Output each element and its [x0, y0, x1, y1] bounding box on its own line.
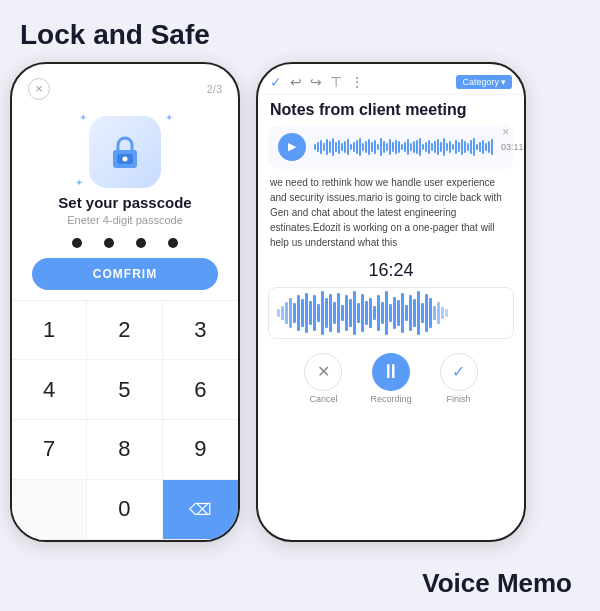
- passcode-dot-3: [136, 238, 146, 248]
- phones-row: × 2/3 ✦ ✦ ✦ Set your passcode Eneter 4-d…: [0, 62, 600, 560]
- redo-icon[interactable]: ↪: [310, 74, 322, 90]
- passcode-dots: [12, 234, 238, 258]
- close-button[interactable]: ×: [28, 78, 50, 100]
- pin-icon[interactable]: ⊤: [330, 74, 342, 90]
- note-title: Notes from client meeting: [258, 95, 524, 125]
- pause-icon-circle: ⏸: [372, 353, 410, 391]
- audio-duration: 03:11: [501, 142, 524, 152]
- passcode-dot-1: [72, 238, 82, 248]
- finish-label: Finish: [447, 394, 471, 404]
- sparkle-icon-3: ✦: [75, 177, 83, 188]
- numpad-2[interactable]: 2: [87, 301, 162, 361]
- numpad-6[interactable]: 6: [163, 360, 238, 420]
- numpad-backspace[interactable]: ⌫: [163, 480, 238, 540]
- numpad: 1 2 3 4 5 6 7 8 9 0 ⌫: [12, 300, 238, 540]
- numpad-0[interactable]: 0: [87, 480, 162, 540]
- note-body: we need to rethink how we handle user ex…: [258, 175, 524, 256]
- pause-button[interactable]: ⏸ Recording: [370, 353, 411, 404]
- recording-label: Recording: [370, 394, 411, 404]
- chevron-down-icon: ▾: [501, 77, 506, 87]
- lock-icon: [107, 132, 143, 172]
- cancel-x-icon: ✕: [317, 362, 330, 381]
- check-icon[interactable]: ✓: [270, 74, 282, 90]
- close-icon: ×: [35, 81, 43, 96]
- phone-right: ✓ ↩ ↪ ⊤ ⋮ Category ▾ Notes from client m…: [256, 62, 526, 542]
- finish-button[interactable]: ✓ Finish: [440, 353, 478, 404]
- voice-memo-label: Voice Memo: [422, 568, 572, 598]
- page-title: Lock and Safe: [20, 18, 580, 52]
- undo-icon[interactable]: ↩: [290, 74, 302, 90]
- right-top-icons: ✓ ↩ ↪ ⊤ ⋮: [270, 74, 364, 90]
- confirm-button[interactable]: COMFRIM: [32, 258, 218, 290]
- waveform-big: [268, 287, 514, 339]
- cancel-label: Cancel: [309, 394, 337, 404]
- header: Lock and Safe: [0, 0, 600, 62]
- numpad-9[interactable]: 9: [163, 420, 238, 480]
- play-button[interactable]: ▶: [278, 133, 306, 161]
- numpad-1[interactable]: 1: [12, 301, 87, 361]
- category-badge[interactable]: Category ▾: [456, 75, 512, 89]
- audio-player: ✕ ▶: [268, 125, 514, 169]
- cancel-button[interactable]: ✕ Cancel: [304, 353, 342, 404]
- more-icon[interactable]: ⋮: [350, 74, 364, 90]
- sparkle-icon-1: ✦: [79, 112, 87, 123]
- lock-icon-area: ✦ ✦ ✦: [12, 106, 238, 194]
- finish-icon-circle: ✓: [440, 353, 478, 391]
- numpad-5[interactable]: 5: [87, 360, 162, 420]
- left-top-bar: × 2/3: [12, 64, 238, 106]
- cancel-icon-circle: ✕: [304, 353, 342, 391]
- lock-icon-bg: ✦ ✦ ✦: [89, 116, 161, 188]
- passcode-dot-2: [104, 238, 114, 248]
- numpad-4[interactable]: 4: [12, 360, 87, 420]
- recording-controls: ✕ Cancel ⏸ Recording ✓ Finish: [258, 345, 524, 408]
- sparkle-icon-2: ✦: [165, 112, 173, 123]
- svg-point-2: [123, 156, 128, 161]
- passcode-dot-4: [168, 238, 178, 248]
- recording-timestamp: 16:24: [258, 256, 524, 287]
- numpad-empty: [12, 480, 87, 540]
- page-indicator: 2/3: [207, 83, 222, 95]
- numpad-7[interactable]: 7: [12, 420, 87, 480]
- waveform-mini: [314, 137, 493, 157]
- category-label: Category: [462, 77, 499, 87]
- audio-close-icon[interactable]: ✕: [502, 127, 510, 137]
- passcode-subtitle: Eneter 4-digit passcode: [12, 211, 238, 234]
- numpad-3[interactable]: 3: [163, 301, 238, 361]
- footer-label: Voice Memo: [0, 560, 600, 611]
- pause-icon: ⏸: [381, 360, 401, 383]
- phone-left: × 2/3 ✦ ✦ ✦ Set your passcode Eneter 4-d…: [10, 62, 240, 542]
- passcode-title: Set your passcode: [12, 194, 238, 211]
- right-top-bar: ✓ ↩ ↪ ⊤ ⋮ Category ▾: [258, 64, 524, 95]
- numpad-8[interactable]: 8: [87, 420, 162, 480]
- finish-check-icon: ✓: [452, 362, 465, 381]
